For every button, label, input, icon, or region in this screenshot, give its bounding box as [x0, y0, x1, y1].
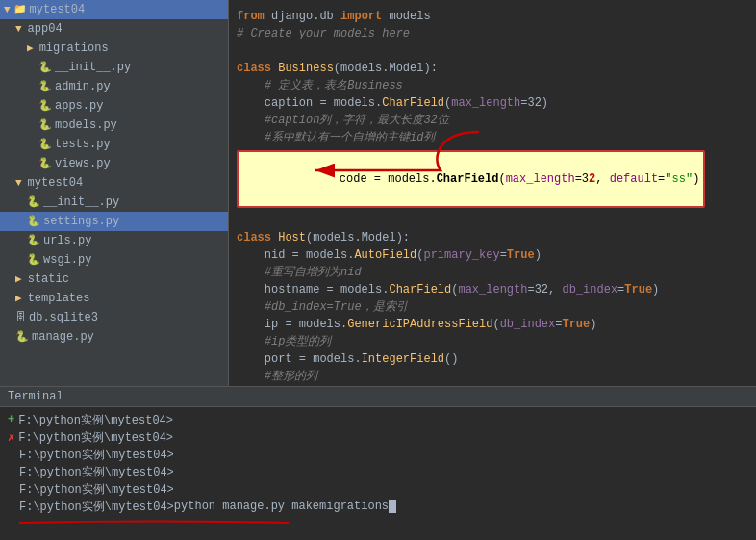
tree-item-static[interactable]: ▶ static	[0, 270, 228, 289]
terminal-body[interactable]: + F:\python实例\mytest04> ✗ F:\python实例\my…	[0, 407, 756, 540]
term-prompt-4: F:\python实例\mytest04>	[19, 464, 174, 480]
term-x-icon: ✗	[8, 430, 14, 445]
code-line-16: ip = models.GenericIPAddressField(db_ind…	[237, 316, 748, 333]
apps-label: apps.py	[55, 97, 103, 115]
code-line-6: caption = models.CharField(max_length=32…	[237, 94, 748, 112]
db-icon: 🗄	[15, 309, 26, 326]
term-prompt-6: F:\python实例\mytest04>	[19, 499, 174, 515]
code-line-7: #caption列，字符，最大长度32位	[237, 112, 748, 129]
tree-item-wsgi[interactable]: 🐍 wsgi.py	[0, 250, 228, 270]
term-underline-decoration	[19, 516, 748, 529]
term-line-2: ✗ F:\python实例\mytest04>	[8, 428, 748, 446]
file-icon: 🐍	[38, 136, 52, 153]
templates-label: templates	[28, 290, 90, 307]
init-app04-label: __init__.py	[55, 59, 131, 76]
term-line-4: F:\python实例\mytest04>	[8, 463, 748, 480]
term-line-1: + F:\python实例\mytest04>	[8, 411, 748, 428]
file-icon: 🐍	[38, 116, 52, 134]
tree-root[interactable]: ▼ 📁 mytest04	[0, 0, 228, 19]
chevron-down-icon: ▼	[15, 174, 22, 192]
file-icon: 🐍	[27, 232, 40, 249]
file-icon: 🐍	[38, 97, 52, 115]
terminal-title: Terminal	[8, 390, 63, 403]
code-line-8: #系中默认有一个自增的主键id列	[237, 129, 748, 146]
code-editor[interactable]: from django.db import models # Create yo…	[229, 0, 756, 386]
code-line-14: hostname = models.CharField(max_length=3…	[237, 281, 748, 298]
manage-label: manage.py	[32, 328, 94, 346]
code-line-5: # 定义表，表名Business	[237, 77, 748, 94]
term-prompt-2: F:\python实例\mytest04>	[18, 429, 173, 446]
tree-item-app04[interactable]: ▼ app04	[0, 19, 228, 39]
chevron-right-icon: ▶	[15, 270, 22, 288]
file-tree-sidebar[interactable]: ▼ 📁 mytest04 ▼ app04 ▶ migrations 🐍 __in…	[0, 0, 229, 386]
main-area: ▼ 📁 mytest04 ▼ app04 ▶ migrations 🐍 __in…	[0, 0, 756, 386]
code-line-11: class Host(models.Model):	[237, 229, 748, 246]
tree-item-templates[interactable]: ▶ templates	[0, 289, 228, 308]
code-line-19: #整形的列	[237, 368, 748, 385]
views-label: views.py	[55, 155, 111, 172]
code-line-15: #db_index=True，是索引	[237, 298, 748, 316]
db-sqlite3-label: db.sqlite3	[29, 309, 98, 326]
init-mytest04-label: __init__.py	[43, 193, 119, 211]
chevron-down-icon: ▼	[15, 20, 22, 38]
term-line-5: F:\python实例\mytest04>	[8, 480, 748, 498]
code-line-4: class Business(models.Model):	[237, 60, 748, 77]
tree-item-tests[interactable]: 🐍 tests.py	[0, 135, 228, 154]
tree-item-init-mytest04[interactable]: 🐍 __init__.py	[0, 193, 228, 212]
tree-item-manage[interactable]: 🐍 manage.py	[0, 327, 228, 347]
mytest04-inner-label: mytest04	[28, 174, 84, 192]
highlight-code: code = models.CharField(max_length=32, d…	[237, 150, 705, 208]
file-icon: 🐍	[38, 155, 52, 172]
term-line-3: F:\python实例\mytest04>	[8, 446, 748, 463]
file-icon: 🐍	[38, 78, 52, 95]
migrations-label: migrations	[39, 39, 109, 57]
code-line-17: #ip类型的列	[237, 333, 748, 350]
tree-item-db-sqlite3[interactable]: 🗄 db.sqlite3	[0, 308, 228, 327]
term-command: python manage.py makemigrations	[174, 500, 389, 513]
static-label: static	[28, 270, 69, 288]
tree-item-mytest04-inner[interactable]: ▼ mytest04	[0, 173, 228, 193]
tree-item-models[interactable]: 🐍 models.py	[0, 116, 228, 135]
urls-label: urls.py	[43, 232, 91, 249]
tree-item-urls[interactable]: 🐍 urls.py	[0, 231, 228, 250]
tree-item-init-app04[interactable]: 🐍 __init__.py	[0, 58, 228, 77]
code-line-1: from django.db import models	[237, 8, 748, 25]
term-prompt-3: F:\python实例\mytest04>	[19, 447, 174, 463]
code-line-12: nid = models.AutoField(primary_key=True)	[237, 246, 748, 264]
file-icon: 🐍	[15, 328, 29, 346]
terminal-area: Terminal + F:\python实例\mytest04> ✗ F:\py…	[0, 386, 756, 540]
tree-item-apps[interactable]: 🐍 apps.py	[0, 96, 228, 116]
term-cursor	[389, 500, 396, 513]
code-content: from django.db import models # Create yo…	[229, 4, 756, 386]
code-line-3	[237, 42, 748, 60]
term-plus-icon: +	[8, 413, 14, 426]
tree-item-migrations[interactable]: ▶ migrations	[0, 39, 228, 58]
code-line-13: #重写自增列为nid	[237, 264, 748, 281]
admin-label: admin.py	[55, 78, 111, 95]
term-prompt-5: F:\python实例\mytest04>	[19, 481, 174, 498]
code-line-18: port = models.IntegerField()	[237, 350, 748, 368]
term-line-6: F:\python实例\mytest04> python manage.py m…	[8, 498, 748, 515]
tree-item-settings[interactable]: 🐍 settings.py	[0, 212, 228, 231]
tests-label: tests.py	[55, 136, 111, 153]
terminal-header: Terminal	[0, 387, 756, 407]
models-label: models.py	[55, 116, 117, 134]
tree-item-views[interactable]: 🐍 views.py	[0, 154, 228, 173]
file-icon: 🐍	[38, 59, 52, 76]
file-icon: 🐍	[27, 193, 40, 211]
chevron-right-icon: ▶	[27, 39, 34, 57]
root-label: mytest04	[30, 1, 86, 18]
file-icon: 🐍	[27, 213, 40, 230]
tree-item-admin[interactable]: 🐍 admin.py	[0, 77, 228, 96]
code-line-2: # Create your models here	[237, 25, 748, 42]
code-line-10	[237, 212, 748, 229]
chevron-right-icon: ▶	[15, 290, 22, 307]
file-icon: 🐍	[27, 251, 40, 269]
term-prompt-1: F:\python实例\mytest04>	[18, 412, 173, 428]
settings-label: settings.py	[43, 213, 119, 230]
folder-open-icon: ▼	[4, 1, 11, 18]
wsgi-label: wsgi.py	[43, 251, 91, 269]
app04-label: app04	[28, 20, 63, 38]
code-line-9-highlight: code = models.CharField(max_length=32, d…	[237, 150, 748, 208]
folder-icon: 📁	[13, 1, 27, 18]
